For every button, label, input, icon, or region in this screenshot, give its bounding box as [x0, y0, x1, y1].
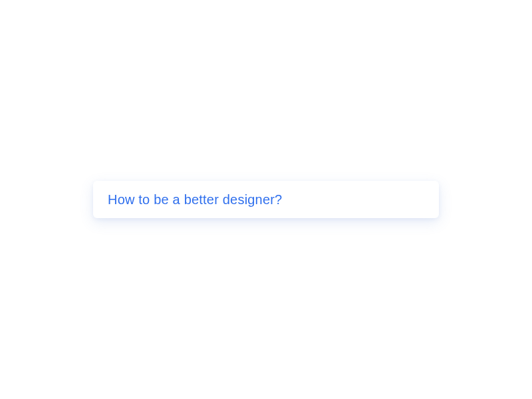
search-input[interactable]	[93, 181, 439, 218]
search-bar-container	[93, 181, 439, 218]
